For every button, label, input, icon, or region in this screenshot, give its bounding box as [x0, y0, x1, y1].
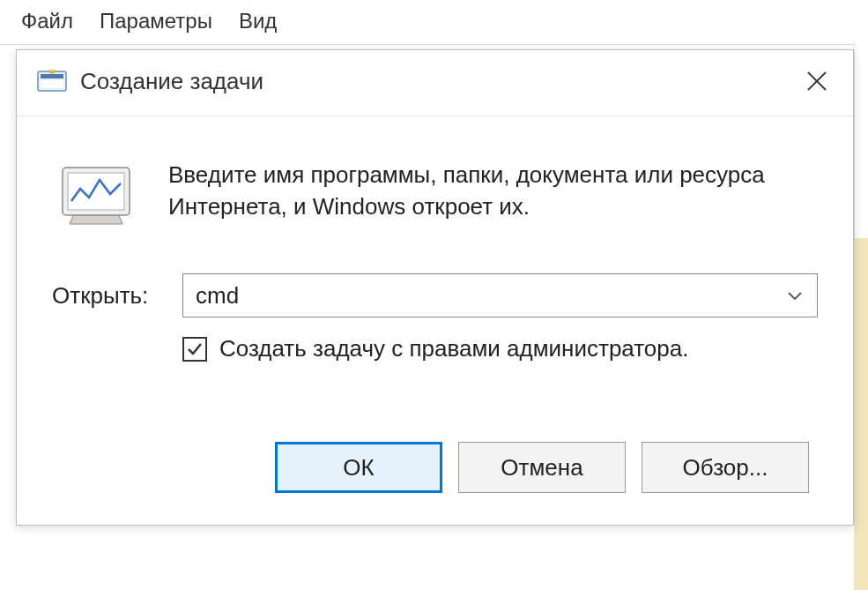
dialog-title: Создание задачи	[80, 68, 263, 95]
admin-checkbox[interactable]	[182, 337, 207, 362]
menu-file[interactable]: Файл	[21, 9, 73, 34]
menubar: Файл Параметры Вид	[0, 0, 868, 45]
svg-rect-1	[41, 74, 63, 78]
close-icon	[805, 70, 828, 93]
dialog-content: Введите имя программы, папки, документа …	[17, 116, 853, 525]
menu-view[interactable]: Вид	[239, 9, 277, 34]
svg-rect-2	[41, 80, 63, 88]
open-input-row: Открыть:	[52, 273, 818, 317]
info-row: Введите имя программы, папки, документа …	[52, 159, 818, 231]
menu-options[interactable]: Параметры	[100, 9, 212, 34]
monitor-icon	[52, 162, 140, 231]
titlebar-left: Создание задачи	[36, 68, 263, 95]
open-combobox[interactable]	[182, 273, 818, 317]
background-stripe	[854, 44, 868, 238]
svg-rect-6	[68, 173, 124, 210]
dialog-titlebar: Создание задачи	[17, 50, 853, 116]
open-input[interactable]	[196, 282, 785, 310]
close-button[interactable]	[798, 63, 835, 100]
run-icon	[36, 68, 68, 94]
chevron-down-icon	[785, 286, 805, 305]
background-stripe	[854, 238, 868, 590]
checkmark-icon	[186, 340, 204, 358]
admin-checkbox-label: Создать задачу с правами администратора.	[219, 335, 688, 362]
ok-button[interactable]: ОК	[275, 442, 442, 493]
admin-checkbox-row: Создать задачу с правами администратора.	[182, 335, 818, 362]
button-row: ОК Отмена Обзор...	[52, 442, 818, 493]
open-label: Открыть:	[52, 282, 165, 310]
browse-button[interactable]: Обзор...	[642, 442, 809, 493]
create-task-dialog: Создание задачи Введите имя программы, п…	[16, 49, 854, 526]
cancel-button[interactable]: Отмена	[458, 442, 626, 493]
info-text: Введите имя программы, папки, документа …	[168, 159, 818, 223]
